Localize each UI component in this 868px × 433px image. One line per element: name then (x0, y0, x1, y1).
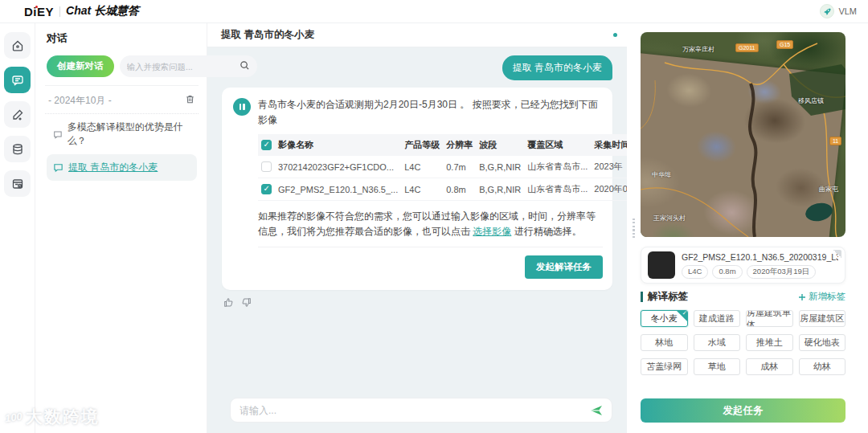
label-tag[interactable]: 水域 (694, 334, 741, 351)
new-conversation-button[interactable]: 创建新对话 (47, 55, 114, 77)
road-badge: G15 (776, 40, 793, 49)
conversation-item-label: 提取 青岛市的冬小麦 (68, 161, 158, 174)
tasks-icon[interactable] (4, 170, 31, 197)
cell-bands: B,G,R,NIR (476, 178, 524, 201)
label-tag-grid: 冬小麦 建成道路 房屋建筑单体 房屋建筑区 林地 水域 推堆土 硬化地表 苫盖绿… (641, 310, 845, 375)
label-tag[interactable]: 林地 (641, 334, 688, 351)
cell-region: 山东省青岛市... (524, 178, 591, 201)
table-header-row: 影像名称 产品等级 分辨率 波段 覆盖区域 采集时间 (258, 134, 663, 156)
chat-input[interactable] (240, 405, 583, 416)
table-row: GF2_PMS2_E120.1_N36.5_... L4C 0.8m B,G,R… (258, 178, 663, 201)
conversation-item[interactable]: 多模态解译模型的优势是什么？ (47, 114, 197, 154)
assistant-intro-text: 青岛市冬小麦的合适观测期为2月20日-5月30日 。 按照要求，已经为您找到下面… (258, 97, 603, 127)
add-label-button[interactable]: 新增标签 (798, 291, 845, 303)
imagery-table: 影像名称 产品等级 分辨率 波段 覆盖区域 采集时间 3702142023GF2… (258, 134, 663, 201)
image-filename: GF2_PMS2_E120.1_N36.5_20200319_L3B000468… (682, 252, 838, 262)
brand-logo: DiEY Chat 长城慧答 (24, 4, 139, 18)
road-badge: 11 (829, 137, 841, 145)
conversation-group-label: - 2024年10月 - (48, 94, 112, 108)
panel-resize-handle[interactable] (633, 219, 635, 238)
new-note-icon[interactable] (4, 101, 31, 128)
label-tag[interactable]: 幼林 (799, 358, 846, 375)
chat-title: 提取 青岛市的冬小麦 (221, 28, 314, 42)
select-all-checkbox[interactable] (261, 140, 272, 150)
imagery-panel: 万家辛庄村 移风店镇 中华埠 曲家屯 王家河头村 G2011 G15 11 GF… (627, 23, 868, 433)
search-icon[interactable] (240, 59, 250, 74)
send-icon[interactable] (590, 405, 603, 416)
divider (258, 247, 603, 247)
selected-image-card[interactable]: GF2_PMS2_E120.1_N36.5_20200319_L3B000468… (641, 247, 845, 284)
conversation-panel: 对话 创建新对话 - 2024年10月 - 多模态解译模型的优势是什么？ 提取 … (35, 23, 207, 433)
satellite-map[interactable]: 万家辛庄村 移风店镇 中华埠 曲家屯 王家河头村 G2011 G15 11 (641, 32, 845, 237)
road-badge: G2011 (735, 43, 759, 52)
image-chip-date: 2020年03月19日 (747, 265, 817, 279)
map-place-label: 万家辛庄村 (682, 45, 714, 54)
launch-task-button[interactable]: 发起任务 (641, 398, 845, 423)
image-thumbnail (648, 251, 675, 279)
chat-header: 提取 青岛市的冬小麦 (207, 23, 627, 47)
check-icon (677, 311, 687, 321)
user-message-bubble: 提取 青岛市的冬小麦 (502, 55, 612, 80)
chat-icon[interactable] (4, 67, 31, 93)
label-tag[interactable]: 建成道路 (694, 310, 741, 327)
app-window: DiEY Chat 长城慧答 VLM 对话 创 (0, 0, 868, 433)
model-badge: VLM (820, 4, 857, 18)
column-header: 影像名称 (275, 134, 401, 156)
map-place-label: 王家河头村 (653, 214, 686, 223)
cell-region: 山东省青岛市... (524, 156, 591, 178)
rocket-icon (820, 4, 834, 18)
table-row: 3702142023GF2+GF1CDO... L4C 0.7m B,G,R,N… (258, 156, 663, 178)
conversation-item-active[interactable]: 提取 青岛市的冬小麦 (47, 154, 197, 181)
label-tag[interactable]: 成林 (746, 358, 793, 375)
map-place-label: 曲家屯 (819, 185, 838, 194)
label-tag[interactable]: 房屋建筑区 (799, 310, 846, 327)
labels-section-title: 解译标签 (641, 292, 688, 302)
icon-rail (0, 23, 35, 433)
conversation-search[interactable] (120, 55, 257, 77)
label-tag[interactable]: 硬化地表 (799, 334, 846, 351)
brand-name: DiEY (24, 5, 54, 18)
cell-product-level: L4C (401, 178, 443, 201)
image-chip-resolution: 0.8m (712, 265, 742, 279)
conversation-search-input[interactable] (127, 62, 235, 71)
home-icon[interactable] (4, 32, 31, 59)
label-tag[interactable]: 苫盖绿网 (641, 358, 688, 375)
conversation-item-label: 多模态解译模型的优势是什么？ (68, 121, 190, 148)
assistant-avatar (233, 98, 251, 116)
launch-interpretation-task-button[interactable]: 发起解译任务 (525, 255, 603, 279)
cell-resolution: 0.8m (443, 178, 476, 201)
thumbs-down-icon[interactable] (241, 296, 252, 311)
chat-input-bar[interactable] (230, 398, 612, 423)
top-bar: DiEY Chat 长城慧答 VLM (0, 0, 868, 23)
cell-bands: B,G,R,NIR (476, 156, 524, 178)
column-header: 分辨率 (443, 134, 476, 156)
cell-image-name: GF2_PMS2_E120.1_N36.5_... (275, 178, 401, 201)
status-dot (613, 33, 617, 37)
map-place-label: 中华埠 (652, 170, 671, 179)
column-header: 产品等级 (401, 134, 443, 156)
brand-product-name: Chat 长城慧答 (66, 4, 139, 18)
column-header: 波段 (476, 134, 524, 156)
database-icon[interactable] (4, 136, 31, 162)
delete-group-icon[interactable] (185, 93, 195, 108)
cell-product-level: L4C (401, 156, 443, 178)
cell-resolution: 0.7m (443, 156, 476, 178)
assistant-outro-text: 如果推荐的影像不符合您的需求，您可以通过输入影像的区域，时间，分辨率等信息，我们… (258, 209, 603, 239)
row-checkbox[interactable] (261, 161, 272, 172)
cell-image-name: 3702142023GF2+GF1CDO... (275, 156, 401, 178)
map-place-label: 移风店镇 (798, 96, 824, 105)
row-checkbox[interactable] (261, 184, 272, 194)
label-tag-selected[interactable]: 冬小麦 (641, 310, 688, 327)
thumbs-up-icon[interactable] (223, 296, 234, 311)
label-tag[interactable]: 房屋建筑单体 (746, 310, 793, 327)
assistant-message-card: 青岛市冬小麦的合适观测期为2月20日-5月30日 。 按照要求，已经为您找到下面… (222, 88, 612, 290)
chat-panel: 提取 青岛市的冬小麦 提取 青岛市的冬小麦 青岛市冬小麦的合适观测期为2月20日… (207, 23, 627, 433)
brand-divider (59, 6, 60, 17)
label-tag[interactable]: 草地 (694, 358, 741, 375)
card-corner-fold (833, 250, 841, 258)
conversation-panel-title: 对话 (47, 31, 197, 46)
choose-imagery-link[interactable]: 选择影像 (473, 226, 511, 237)
column-header: 覆盖区域 (524, 134, 591, 156)
chat-message-area[interactable]: 提取 青岛市的冬小麦 青岛市冬小麦的合适观测期为2月20日-5月30日 。 按照… (207, 47, 627, 433)
label-tag[interactable]: 推堆土 (746, 334, 793, 351)
